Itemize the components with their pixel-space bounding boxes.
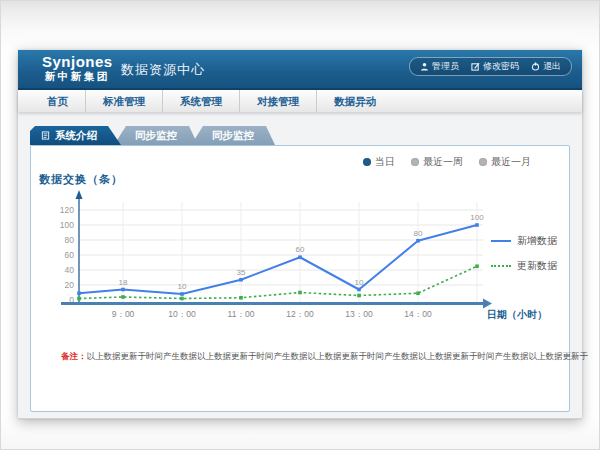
radio-dot [363, 158, 371, 166]
nav-item-standard-mgmt[interactable]: 标准管理 [86, 90, 163, 112]
chart-y-axis-title: 数据交换（条） [39, 172, 123, 187]
user-toolbar: 管理员 修改密码 退出 [409, 57, 572, 76]
svg-text:100: 100 [60, 220, 74, 230]
tab-label: 同步监控 [212, 129, 254, 141]
svg-text:日期（小时）: 日期（小时） [487, 309, 547, 320]
radio-dot [411, 158, 419, 166]
radio-dot [479, 158, 487, 166]
svg-text:60: 60 [296, 245, 305, 254]
svg-text:120: 120 [60, 205, 74, 215]
svg-text:18: 18 [119, 278, 128, 287]
page-title: 数据资源中心 [121, 50, 205, 88]
power-icon [531, 62, 540, 71]
radio-last-week[interactable]: 最近一周 [411, 155, 463, 169]
change-password-label: 修改密码 [483, 60, 519, 73]
app-header: Synjones 新中新集团 数据资源中心 管理员 修改密码 退出 [18, 50, 582, 88]
svg-text:14：00: 14：00 [404, 309, 432, 319]
svg-text:9：00: 9：00 [112, 309, 135, 319]
radio-today[interactable]: 当日 [363, 155, 395, 169]
note-label: 备注： [61, 351, 87, 361]
svg-text:10：00: 10：00 [168, 309, 196, 319]
svg-text:100: 100 [470, 213, 484, 222]
brand-logo: Synjones 新中新集团 [42, 54, 113, 83]
legend-label: 新增数据 [517, 234, 557, 248]
note-text: 以上数据更新于时间产生数据以上数据更新于时间产生数据以上数据更新于时间产生数据以… [87, 351, 589, 361]
time-range-filter: 当日 最近一周 最近一月 [363, 155, 531, 169]
user-icon [420, 62, 429, 71]
content-panel: 0204060801001209：0010：0011：0012：0013：001… [30, 145, 570, 412]
legend-label: 更新数据 [517, 259, 557, 273]
nav-item-system-mgmt[interactable]: 系统管理 [163, 90, 240, 112]
radio-label: 最近一月 [491, 155, 531, 169]
nav-item-integration-mgmt[interactable]: 对接管理 [240, 90, 317, 112]
nav-item-home[interactable]: 首页 [30, 90, 86, 112]
legend-item-new-data: 新增数据 [491, 234, 557, 248]
tab-label: 系统介绍 [55, 126, 97, 145]
change-password-button[interactable]: 修改密码 [471, 60, 519, 73]
main-nav: 首页 标准管理 系统管理 对接管理 数据异动 [18, 90, 582, 112]
chart-legend: 新增数据 更新数据 [491, 234, 557, 273]
radio-label: 当日 [375, 155, 395, 169]
tab-bar: 系统介绍 同步监控 同步监控 [30, 126, 275, 145]
svg-text:13：00: 13：00 [345, 309, 373, 319]
admin-label: 管理员 [432, 60, 459, 73]
footer-note: 备注：以上数据更新于时间产生数据以上数据更新于时间产生数据以上数据更新于时间产生… [61, 351, 588, 363]
tab-system-intro[interactable]: 系统介绍 [30, 126, 121, 145]
legend-line-dotted [491, 265, 511, 267]
legend-line-solid [491, 240, 511, 242]
app-window: Synjones 新中新集团 数据资源中心 管理员 修改密码 退出 首页 标准管… [18, 50, 582, 419]
edit-icon [471, 62, 480, 71]
svg-text:12：00: 12：00 [286, 309, 314, 319]
svg-text:40: 40 [65, 265, 75, 275]
legend-item-updated-data: 更新数据 [491, 259, 557, 273]
tab-sync-monitor-1[interactable]: 同步监控 [114, 126, 198, 145]
tab-label: 同步监控 [135, 129, 177, 141]
nav-item-data-change[interactable]: 数据异动 [317, 90, 393, 112]
svg-text:35: 35 [237, 268, 246, 277]
svg-text:11：00: 11：00 [228, 309, 255, 319]
logo-sub-text: 新中新集团 [42, 70, 113, 83]
logout-label: 退出 [543, 60, 561, 73]
svg-text:10: 10 [355, 278, 364, 287]
admin-menu[interactable]: 管理员 [420, 60, 459, 73]
svg-text:80: 80 [414, 229, 423, 238]
svg-text:20: 20 [65, 280, 75, 290]
svg-text:80: 80 [65, 235, 75, 245]
svg-text:10: 10 [178, 282, 187, 291]
svg-text:60: 60 [65, 250, 75, 260]
tab-sync-monitor-2[interactable]: 同步监控 [191, 126, 275, 145]
document-icon [41, 131, 50, 140]
radio-label: 最近一周 [423, 155, 463, 169]
logout-button[interactable]: 退出 [531, 60, 561, 73]
logo-main-text: Synjones [42, 54, 113, 70]
radio-last-month[interactable]: 最近一月 [479, 155, 531, 169]
